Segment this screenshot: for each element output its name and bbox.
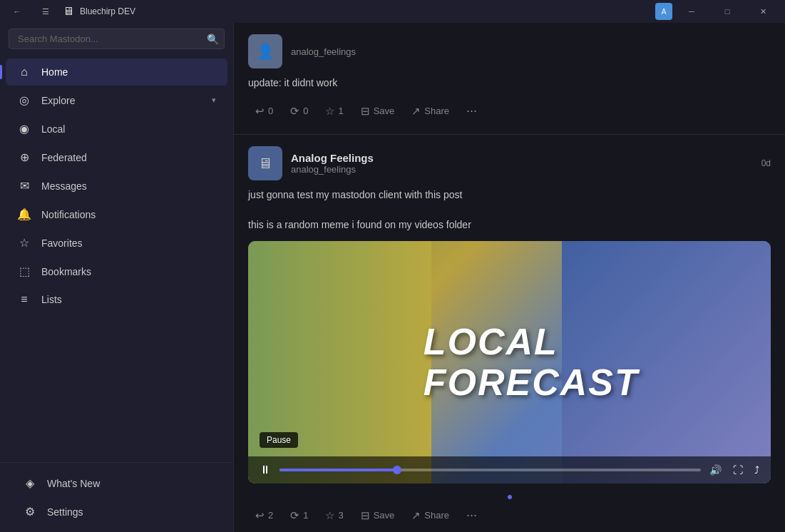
app-icon: 🖥 — [63, 6, 74, 17]
sidebar-item-label: Messages — [41, 180, 216, 192]
video-content: LOCAL FORECAST — [248, 241, 771, 484]
boost-button[interactable]: ⟳ 1 — [283, 505, 315, 526]
content-area: 👤 analog_feelings update: it didnt work … — [234, 23, 785, 532]
post-1-header: 👤 analog_feelings — [248, 34, 771, 68]
pause-button[interactable]: ⏸ — [257, 462, 274, 478]
more-button[interactable]: ··· — [459, 503, 484, 527]
share-button[interactable]: ↗ Share — [404, 101, 456, 122]
progress-fill — [279, 469, 397, 471]
star-icon: ☆ — [325, 509, 334, 522]
media-dots — [248, 491, 771, 503]
sidebar-item-explore[interactable]: ◎ Explore ▾ — [6, 86, 227, 114]
more-button[interactable]: ··· — [459, 99, 484, 123]
boost-button[interactable]: ⟳ 0 — [283, 101, 315, 122]
save-label: Save — [374, 106, 395, 116]
nav-bottom: ◈ What's New ⚙ Settings — [0, 462, 233, 532]
dot-1 — [508, 495, 512, 499]
sidebar-item-settings[interactable]: ⚙ Settings — [11, 498, 222, 526]
sidebar-item-label: Favorites — [41, 237, 216, 249]
sidebar-item-label: Local — [41, 123, 216, 135]
app-title: Bluechirp DEV — [80, 6, 135, 16]
post-1-meta: analog_feelings — [291, 46, 771, 57]
share-icon: ↗ — [411, 509, 421, 522]
save-button[interactable]: ⊟ Save — [354, 505, 402, 526]
maximize-icon: □ — [725, 7, 730, 16]
search-bar: 🔍 — [9, 29, 225, 49]
post-1-handle: analog_feelings — [291, 46, 771, 57]
federated-icon: ⊕ — [17, 150, 31, 164]
reply-button[interactable]: ↩ 0 — [248, 101, 280, 122]
boost-icon: ⟳ — [290, 105, 299, 118]
post-2-actions: ↩ 2 ⟳ 1 ☆ 3 ⊟ Save ↗ Share — [248, 503, 771, 527]
close-icon: ✕ — [760, 7, 766, 16]
sidebar-item-federated[interactable]: ⊕ Federated — [6, 143, 227, 171]
boost-count: 1 — [303, 510, 308, 521]
whats-new-icon: ◈ — [23, 476, 37, 490]
favorite-count: 3 — [338, 510, 343, 521]
settings-icon: ⚙ — [23, 505, 37, 518]
share-label: Share — [424, 106, 449, 116]
menu-button[interactable]: ☰ — [34, 0, 57, 23]
sidebar-item-bookmarks[interactable]: ⬚ Bookmarks — [6, 257, 227, 285]
video-share-button[interactable]: ⤴ — [751, 463, 762, 477]
reply-button[interactable]: ↩ 2 — [248, 505, 280, 526]
window-controls: A ─ □ ✕ — [655, 0, 779, 23]
sidebar-item-label: Explore — [41, 95, 202, 106]
sidebar-item-notifications[interactable]: 🔔 Notifications — [6, 200, 227, 228]
reply-icon: ↩ — [255, 105, 265, 118]
sidebar-item-label: What's New — [47, 478, 210, 489]
post-2-content-line2: this is a random meme i found on my vide… — [248, 218, 771, 232]
avatar[interactable]: A — [655, 3, 672, 20]
sidebar-item-label: Settings — [47, 506, 210, 518]
save-icon: ⊟ — [361, 509, 370, 522]
reply-icon: ↩ — [255, 509, 265, 522]
video-text-line2: FORECAST — [424, 362, 639, 403]
video-text: LOCAL FORECAST — [424, 322, 639, 403]
sidebar-item-whats-new[interactable]: ◈ What's New — [11, 469, 222, 497]
sidebar-item-home[interactable]: ⌂ Home — [6, 58, 227, 86]
post-1-actions: ↩ 0 ⟳ 0 ☆ 1 ⊟ Save ↗ Share — [248, 99, 771, 123]
nav-list: ⌂ Home ◎ Explore ▾ ◉ Local ⊕ Federated ✉… — [0, 55, 233, 462]
star-icon: ☆ — [325, 105, 334, 118]
video-bg-left — [248, 241, 431, 484]
post-2-author: Analog Feelings — [291, 152, 753, 164]
sidebar-item-local[interactable]: ◉ Local — [6, 115, 227, 143]
lists-icon: ≡ — [17, 293, 31, 306]
sidebar: 🔍 ⌂ Home ◎ Explore ▾ ◉ Local ⊕ Federated… — [0, 23, 234, 532]
reply-count: 2 — [268, 510, 273, 521]
progress-bar[interactable] — [279, 469, 701, 471]
boost-count: 0 — [303, 106, 308, 116]
sidebar-item-label: Lists — [41, 294, 216, 305]
share-label: Share — [424, 510, 449, 521]
search-input[interactable] — [9, 29, 225, 49]
bookmarks-icon: ⬚ — [17, 265, 31, 278]
post-2-meta: Analog Feelings analog_feelings — [291, 152, 753, 175]
volume-button[interactable]: 🔊 — [707, 463, 724, 477]
home-icon: ⌂ — [17, 66, 31, 78]
post-2-content-line1: just gonna test my mastodon client with … — [248, 188, 771, 203]
menu-icon: ☰ — [42, 7, 49, 16]
close-button[interactable]: ✕ — [746, 0, 779, 23]
share-button[interactable]: ↗ Share — [404, 505, 456, 526]
save-button[interactable]: ⊟ Save — [354, 101, 402, 122]
video-controls[interactable]: ⏸ 🔊 ⛶ ⤴ — [248, 456, 771, 484]
maximize-button[interactable]: □ — [711, 0, 744, 23]
back-button[interactable]: ← — [6, 0, 29, 23]
favorite-button[interactable]: ☆ 3 — [318, 505, 350, 526]
video-text-line1: LOCAL — [424, 322, 639, 362]
sidebar-item-favorites[interactable]: ☆ Favorites — [6, 229, 227, 257]
fullscreen-button[interactable]: ⛶ — [730, 463, 746, 477]
post-2: 🖥 Analog Feelings analog_feelings 0d jus… — [234, 135, 785, 532]
post-2-header: 🖥 Analog Feelings analog_feelings 0d — [248, 146, 771, 180]
sidebar-item-lists[interactable]: ≡ Lists — [6, 286, 227, 313]
app-body: 🔍 ⌂ Home ◎ Explore ▾ ◉ Local ⊕ Federated… — [0, 23, 785, 532]
search-button[interactable]: 🔍 — [207, 34, 219, 45]
favorite-button[interactable]: ☆ 1 — [318, 101, 350, 122]
sidebar-item-messages[interactable]: ✉ Messages — [6, 172, 227, 200]
post-2-handle: analog_feelings — [291, 164, 753, 175]
favorite-count: 1 — [338, 106, 343, 116]
minimize-button[interactable]: ─ — [675, 0, 708, 23]
titlebar: ← ☰ 🖥 Bluechirp DEV A ─ □ ✕ — [0, 0, 785, 23]
sidebar-item-label: Notifications — [41, 209, 216, 220]
post-2-content: just gonna test my mastodon client with … — [248, 188, 771, 232]
